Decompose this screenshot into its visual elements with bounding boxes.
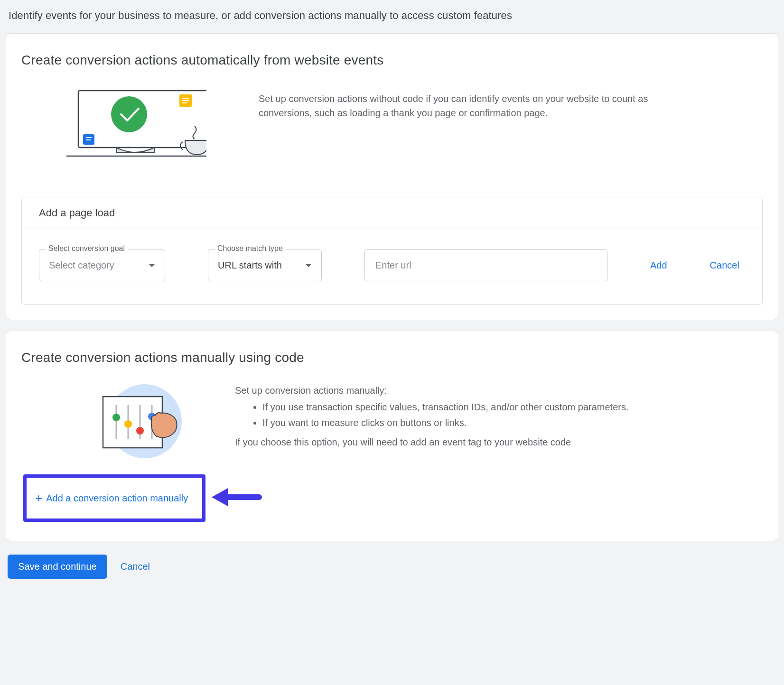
add-conversion-manually-button[interactable]: + Add a conversion action manually bbox=[35, 492, 188, 504]
svg-point-2 bbox=[111, 96, 147, 132]
cancel-button[interactable]: Cancel bbox=[121, 561, 150, 572]
goal-placeholder: Select category bbox=[49, 260, 114, 271]
add-manual-label: Add a conversion action manually bbox=[46, 493, 188, 504]
save-and-continue-button[interactable]: Save and continue bbox=[8, 555, 107, 579]
card2-intro: Set up conversion actions manually: bbox=[235, 383, 628, 398]
card2-outro: If you choose this option, you will need… bbox=[235, 435, 628, 450]
chevron-down-icon bbox=[149, 264, 155, 267]
card1-description: Set up conversion actions without code i… bbox=[259, 86, 676, 120]
page-title: Identify events for your business to mea… bbox=[0, 0, 784, 28]
panel-title: Add a page load bbox=[22, 197, 762, 229]
svg-point-17 bbox=[124, 420, 132, 428]
monitor-checkmark-illustration bbox=[64, 86, 206, 164]
cancel-page-load-button[interactable]: Cancel bbox=[710, 260, 739, 271]
svg-point-18 bbox=[136, 427, 144, 435]
add-button[interactable]: Add bbox=[650, 260, 667, 271]
page-load-panel: Add a page load Select conversion goal S… bbox=[21, 197, 763, 305]
add-manual-highlight: + Add a conversion action manually bbox=[23, 474, 205, 522]
card2-title: Create conversion actions manually using… bbox=[21, 350, 763, 365]
chevron-down-icon bbox=[305, 264, 312, 267]
card1-title: Create conversion actions automatically … bbox=[21, 53, 763, 68]
plus-icon: + bbox=[35, 492, 42, 504]
match-field-label: Choose match type bbox=[215, 244, 286, 253]
card2-bullet: If you use transaction specific values, … bbox=[262, 400, 628, 415]
auto-conversion-card: Create conversion actions automatically … bbox=[6, 33, 778, 320]
footer-actions: Save and continue Cancel bbox=[0, 552, 784, 583]
match-value: URL starts with bbox=[218, 260, 282, 271]
card2-description: Set up conversion actions manually: If y… bbox=[235, 383, 628, 450]
match-type-select[interactable]: URL starts with bbox=[208, 249, 322, 281]
card2-bullet: If you want to measure clicks on buttons… bbox=[262, 416, 628, 430]
sliders-illustration bbox=[97, 383, 183, 461]
url-input[interactable] bbox=[364, 249, 607, 281]
svg-point-16 bbox=[112, 414, 120, 421]
manual-conversion-card: Create conversion actions manually using… bbox=[6, 331, 778, 541]
annotation-arrow-icon bbox=[212, 485, 264, 511]
conversion-goal-select[interactable]: Select category bbox=[39, 249, 165, 281]
goal-field-label: Select conversion goal bbox=[46, 244, 128, 253]
